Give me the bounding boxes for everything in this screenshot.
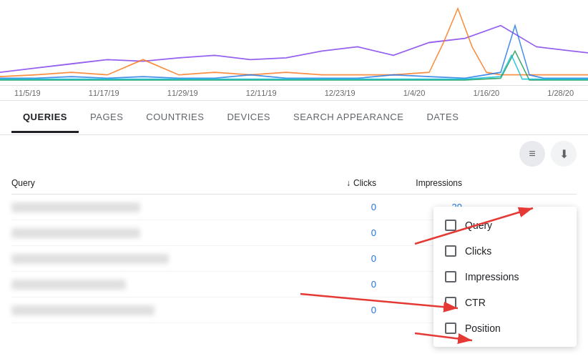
col-header-clicks-label: Clicks	[353, 178, 376, 188]
tabs-bar: QUERIES PAGES COUNTRIES DEVICES SEARCH A…	[0, 101, 588, 135]
dropdown-item-clicks[interactable]: Clicks	[433, 238, 577, 264]
col-header-clicks[interactable]: ↓ Clicks	[290, 178, 376, 188]
download-icon: ⬇	[559, 147, 569, 161]
x-axis: 11/5/19 11/17/19 11/29/19 12/11/19 12/23…	[0, 86, 588, 101]
table-header-row: Query ↓ Clicks Impressions	[11, 172, 577, 195]
checkbox-query[interactable]	[445, 220, 456, 231]
filter-button[interactable]: ≡	[519, 141, 545, 167]
download-button[interactable]: ⬇	[551, 141, 577, 167]
checkbox-impressions[interactable]	[445, 271, 456, 282]
col-header-query: Query	[11, 178, 290, 188]
tab-search-appearance[interactable]: SEARCH APPEARANCE	[282, 103, 415, 133]
chart-area	[0, 0, 588, 86]
row-query-2	[11, 228, 290, 238]
checkbox-ctr[interactable]	[445, 297, 456, 308]
column-filter-dropdown: Query Clicks Impressions CTR Position	[433, 207, 577, 347]
dropdown-item-position[interactable]: Position	[433, 315, 577, 341]
row-query-1	[11, 202, 290, 212]
row-clicks-3: 0	[290, 253, 376, 264]
x-label-7: 1/16/20	[473, 89, 499, 97]
filter-icon: ≡	[529, 147, 535, 160]
x-label-1: 11/5/19	[14, 89, 41, 97]
tab-pages[interactable]: PAGES	[79, 103, 134, 133]
row-query-4	[11, 280, 290, 290]
sort-arrow: ↓	[346, 178, 351, 188]
x-label-6: 1/4/20	[403, 89, 426, 97]
tab-countries[interactable]: COUNTRIES	[134, 103, 215, 133]
row-query-3	[11, 254, 290, 264]
dropdown-label-ctr: CTR	[465, 297, 486, 308]
dropdown-label-query: Query	[465, 220, 492, 231]
dropdown-item-ctr[interactable]: CTR	[433, 290, 577, 315]
row-clicks-5: 0	[290, 305, 376, 315]
dropdown-item-query[interactable]: Query	[433, 212, 577, 238]
dropdown-item-impressions[interactable]: Impressions	[433, 264, 577, 290]
col-header-impressions: Impressions	[376, 178, 462, 188]
toolbar: ≡ ⬇	[0, 135, 588, 172]
row-clicks-1: 0	[290, 202, 376, 212]
x-label-5: 12/23/19	[325, 89, 356, 97]
row-query-5	[11, 305, 290, 315]
tab-queries[interactable]: QUERIES	[11, 103, 79, 133]
checkbox-position[interactable]	[445, 323, 456, 334]
row-clicks-4: 0	[290, 279, 376, 290]
tab-devices[interactable]: DEVICES	[215, 103, 282, 133]
x-label-8: 1/28/20	[547, 89, 574, 97]
dropdown-label-clicks: Clicks	[465, 245, 491, 257]
x-label-3: 11/29/19	[167, 89, 198, 97]
dropdown-label-position: Position	[465, 323, 501, 334]
row-clicks-2: 0	[290, 227, 376, 238]
dropdown-label-impressions: Impressions	[465, 271, 519, 282]
tab-dates[interactable]: DATES	[415, 103, 470, 133]
table-section: Query ↓ Clicks Impressions 0 29 0 25	[0, 172, 588, 323]
x-label-2: 11/17/19	[89, 89, 119, 97]
checkbox-clicks[interactable]	[445, 245, 456, 257]
x-label-4: 12/11/19	[246, 89, 277, 97]
